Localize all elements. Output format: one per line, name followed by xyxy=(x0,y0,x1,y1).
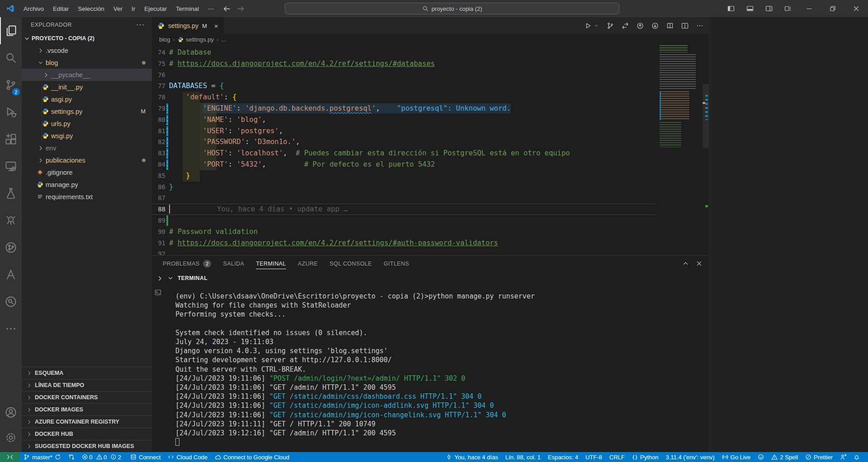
sqltools-connect[interactable]: Connect xyxy=(127,452,164,462)
menu-editar[interactable]: Editar xyxy=(48,5,73,12)
tree-item-requirements-txt[interactable]: requirements.txt xyxy=(22,191,152,203)
code-line-82[interactable]: 82 'PASSWORD': 'D3mon1o.', xyxy=(152,136,656,148)
window-close-button[interactable] xyxy=(844,0,868,17)
activity-extensions[interactable] xyxy=(0,126,22,153)
activity-docker[interactable] xyxy=(0,207,22,234)
code-line-77[interactable]: 77DATABASES = { xyxy=(152,80,656,92)
window-minimize-button[interactable] xyxy=(797,0,821,17)
code-line-79[interactable]: 79 'ENGINE': 'django.db.backends.postgre… xyxy=(152,103,656,114)
code-line-80[interactable]: 80 'NAME': 'blog', xyxy=(152,114,656,126)
git-graph-button[interactable] xyxy=(607,22,614,29)
breadcrumb-item-blog[interactable]: blog xyxy=(159,36,170,43)
menu-terminal[interactable]: Terminal xyxy=(171,5,203,12)
google-cloud-connect[interactable]: Connect to Google Cloud xyxy=(211,452,293,462)
panel-tab-terminal[interactable]: TERMINAL xyxy=(256,256,286,271)
activity-explorer[interactable] xyxy=(0,17,22,44)
split-editor-button[interactable] xyxy=(681,22,689,29)
activity-commit-graph[interactable] xyxy=(0,288,22,315)
tree-item-vscode[interactable]: .vscode xyxy=(22,44,152,56)
code-line-74[interactable]: 74# Database xyxy=(152,47,656,58)
menu-ejecutar[interactable]: Ejecutar xyxy=(140,5,171,12)
activity-testing[interactable] xyxy=(0,180,22,207)
code-line-86[interactable]: 86} xyxy=(152,182,656,193)
tree-item-env[interactable]: env xyxy=(22,142,152,154)
open-changes-button[interactable] xyxy=(622,22,629,29)
tree-item-gitignore[interactable]: .gitignore xyxy=(22,166,152,178)
panel-tab-azure[interactable]: AZURE xyxy=(298,256,318,271)
run-dropdown-button[interactable] xyxy=(594,23,599,28)
tree-item-settings-py[interactable]: settings.pyM xyxy=(22,105,152,117)
activity-gitlens[interactable] xyxy=(0,234,22,261)
tree-item-wsgi-py[interactable]: wsgi.py xyxy=(22,130,152,142)
code-line-90[interactable]: 90# Password validation xyxy=(152,226,656,238)
activity-settings[interactable] xyxy=(0,425,22,450)
pane-docker-hub[interactable]: DOCKER HUB xyxy=(22,428,152,440)
menu-ir[interactable]: Ir xyxy=(127,5,140,12)
code-line-91[interactable]: 91# https://docs.djangoproject.com/en/4.… xyxy=(152,238,656,249)
code-line-75[interactable]: 75# https://docs.djangoproject.com/en/4.… xyxy=(152,58,656,70)
panel-tab-salida[interactable]: SALIDA xyxy=(223,256,244,271)
notifications-bell[interactable] xyxy=(850,452,863,462)
code-line-92[interactable]: 92 xyxy=(152,248,656,255)
tree-item-urls-py[interactable]: urls.py xyxy=(22,117,152,130)
minimap[interactable] xyxy=(658,44,701,189)
code-line-83[interactable]: 83 'HOST': 'localhost', # Puedes cambiar… xyxy=(152,148,656,159)
code-line-78[interactable]: 78 'default': { xyxy=(152,92,656,103)
panel-tab-sql-console[interactable]: SQL CONSOLE xyxy=(330,256,372,271)
command-center-search[interactable]: proyecto - copia (2) xyxy=(285,3,619,14)
pane-docker-images[interactable]: DOCKER IMAGES xyxy=(22,403,152,415)
python-interpreter[interactable]: 3.11.4 ('env': venv) xyxy=(662,452,718,462)
code-editor[interactable]: 74# Database75# https://docs.djangoproje… xyxy=(152,44,709,255)
code-line-81[interactable]: 81 'USER': 'postgres', xyxy=(152,126,656,137)
spell-checker-status[interactable]: 2 Spell xyxy=(768,452,802,462)
activity-account[interactable] xyxy=(0,400,22,425)
code-line-89[interactable]: 89 xyxy=(152,215,656,226)
cloud-code[interactable]: Cloud Code xyxy=(164,452,211,462)
pane-esquema[interactable]: ESQUEMA xyxy=(22,367,152,379)
tab-settings-py[interactable]: settings.py M × xyxy=(152,17,224,34)
menu-archivo[interactable]: Archivo xyxy=(19,5,48,12)
prettier-status[interactable]: Prettier xyxy=(802,452,836,462)
tree-item-asgi-py[interactable]: asgi.py xyxy=(22,93,152,105)
window-layout-panel-button[interactable] xyxy=(741,0,760,17)
close-panel-button[interactable] xyxy=(696,260,703,267)
previous-change-button[interactable] xyxy=(637,22,644,29)
code-line-84[interactable]: 84 'PORT': '5432', # Por defecto es el p… xyxy=(152,159,656,170)
window-restore-button[interactable] xyxy=(821,0,844,17)
menu-selecci-n[interactable]: Selección xyxy=(73,5,109,12)
pane-azure-container-registry[interactable]: AZURE CONTAINER REGISTRY xyxy=(22,415,152,428)
cursor-position[interactable]: Lín. 88, col. 1 xyxy=(502,452,544,462)
feedback-smiley[interactable] xyxy=(754,452,768,462)
code-line-88[interactable]: 88You, hace 4 días • update app … xyxy=(152,204,656,215)
panel-tab-problemas[interactable]: PROBLEMAS2 xyxy=(163,256,211,271)
more-actions-button[interactable] xyxy=(696,22,703,29)
language-status[interactable]: {}Python xyxy=(628,452,662,462)
tree-item-blog[interactable]: blog xyxy=(22,56,152,69)
open-preview-button[interactable] xyxy=(666,22,674,29)
eol-status[interactable]: CRLF xyxy=(606,452,628,462)
close-icon[interactable]: × xyxy=(214,22,218,30)
activity-source-control[interactable]: 2 xyxy=(0,71,22,98)
tree-item-init-py[interactable]: __init__.py xyxy=(22,81,152,93)
run-python-file-button[interactable] xyxy=(585,22,592,29)
activity-remote-explorer[interactable] xyxy=(0,153,22,180)
forward-arrow-icon[interactable] xyxy=(237,5,245,13)
breadcrumb-item-settings-py[interactable]: settings.py xyxy=(178,36,214,43)
activity-more[interactable] xyxy=(0,315,22,342)
remote-indicator[interactable] xyxy=(0,452,20,462)
gitlens-compare-status[interactable] xyxy=(65,452,78,462)
pane-l-nea-de-tiempo[interactable]: LÍNEA DE TIEMPO xyxy=(22,379,152,391)
tree-item-publicaciones[interactable]: publicaciones xyxy=(22,154,152,166)
code-line-87[interactable]: 87 xyxy=(152,192,656,204)
breadcrumb-item-item[interactable]: ... xyxy=(221,36,226,43)
activity-run-debug[interactable] xyxy=(0,98,22,126)
live-share[interactable] xyxy=(836,452,850,462)
pane-docker-containers[interactable]: DOCKER CONTAINERS xyxy=(22,391,152,403)
menu-item[interactable]: ⋯ xyxy=(203,5,219,12)
activity-search[interactable] xyxy=(0,44,22,71)
tree-item-manage-py[interactable]: manage.py xyxy=(22,178,152,191)
terminal-section-header[interactable]: TERMINAL xyxy=(152,271,709,285)
window-layout-secondary-sidebar-button[interactable] xyxy=(760,0,778,17)
indentation-status[interactable]: Espacios: 4 xyxy=(544,452,582,462)
tree-item-pycache[interactable]: __pycache__ xyxy=(22,69,152,81)
